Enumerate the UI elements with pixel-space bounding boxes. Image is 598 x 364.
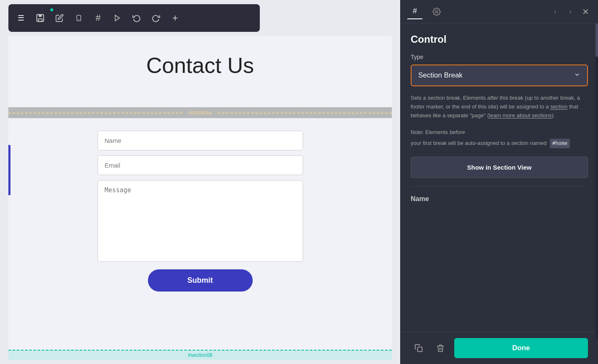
- toolbar: ☰ #: [8, 4, 260, 32]
- hash-icon[interactable]: #: [92, 12, 104, 24]
- add-icon[interactable]: +: [169, 12, 181, 24]
- panel-content: Control Type Section Break Sets a sectio…: [401, 23, 598, 332]
- panel-prev-btn[interactable]: ‹: [549, 6, 561, 18]
- svg-point-6: [436, 10, 438, 13]
- email-input[interactable]: [98, 155, 303, 175]
- redo-icon[interactable]: [131, 12, 142, 24]
- mobile-icon[interactable]: [73, 12, 85, 24]
- panel-title: Control: [411, 34, 588, 45]
- section-break-label: #contactus: [184, 109, 215, 116]
- panel-scrollbar-thumb: [595, 23, 598, 57]
- page-content: Contact Us #contactus Submit #section08: [8, 36, 392, 360]
- menu-icon[interactable]: ☰: [15, 12, 27, 24]
- name-input[interactable]: [98, 131, 303, 150]
- home-badge: #home: [550, 139, 570, 148]
- svg-marker-5: [115, 15, 120, 21]
- delete-icon-button[interactable]: [432, 340, 448, 356]
- contact-form: Submit: [98, 131, 303, 292]
- panel-nav: ‹ › ✕: [549, 6, 591, 18]
- edit-icon[interactable]: [54, 12, 65, 24]
- tab-gear[interactable]: [429, 4, 444, 19]
- canvas-area: ☰ #: [0, 0, 400, 364]
- type-label: Type: [411, 54, 588, 60]
- play-icon[interactable]: [111, 12, 123, 24]
- message-input[interactable]: [98, 180, 303, 262]
- panel-footer: Done: [401, 332, 598, 364]
- submit-button[interactable]: Submit: [148, 269, 253, 292]
- bottom-section-bar: #section08: [8, 350, 392, 360]
- dropdown-arrow-icon: [574, 71, 580, 80]
- panel-tabs: # ‹ › ✕: [401, 0, 598, 23]
- note-text: Note: Elements before your first break w…: [411, 128, 588, 148]
- bottom-section-label: #section08: [188, 352, 212, 358]
- panel-scrollbar[interactable]: [595, 23, 598, 339]
- description-text: Sets a section break. Elements after thi…: [411, 94, 588, 120]
- panel-next-btn[interactable]: ›: [564, 6, 576, 18]
- svg-rect-1: [39, 15, 41, 17]
- toolbar-dot: [50, 8, 53, 11]
- show-in-section-view-button[interactable]: Show in Section View: [411, 157, 588, 178]
- tab-hash[interactable]: #: [407, 4, 422, 19]
- svg-rect-2: [38, 19, 42, 21]
- control-panel: # ‹ › ✕ Control Type Section Break: [400, 0, 598, 364]
- done-button[interactable]: Done: [454, 338, 588, 358]
- panel-close-btn[interactable]: ✕: [580, 6, 591, 18]
- name-section-label: Name: [411, 195, 588, 203]
- learn-more-link[interactable]: learn more about sections: [489, 112, 552, 119]
- svg-rect-7: [418, 347, 422, 352]
- left-accent-bar: [8, 145, 10, 195]
- copy-icon-button[interactable]: [411, 340, 427, 356]
- contact-title: Contact Us: [146, 53, 254, 78]
- type-dropdown-value: Section Break: [418, 71, 463, 80]
- section-break-bar: #contactus: [8, 107, 392, 118]
- save-icon[interactable]: [34, 12, 46, 24]
- divider: [411, 186, 588, 187]
- type-dropdown[interactable]: Section Break: [411, 65, 588, 86]
- undo-icon[interactable]: [150, 12, 162, 24]
- contact-section: Contact Us: [8, 36, 392, 107]
